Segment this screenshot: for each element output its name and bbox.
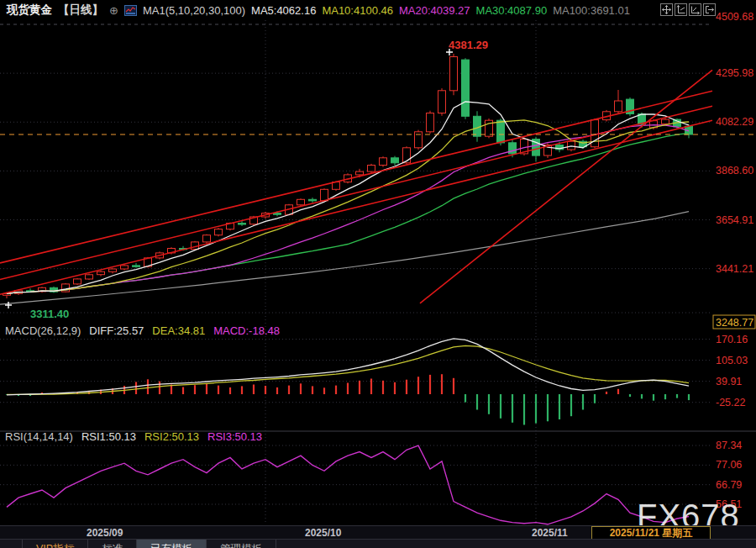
candle[interactable] [391,158,399,163]
candle[interactable] [662,119,669,124]
trendline[interactable] [0,106,712,279]
candle[interactable] [568,141,575,150]
current-date-badge: 2025/11/21 星期五 [591,526,711,540]
candle[interactable] [356,171,364,175]
ma20-value: MA20:4039.27 [399,4,470,17]
x-axis-scale-icon[interactable] [689,3,701,16]
ma5-value: MA5:4062.16 [251,4,316,17]
chart-header: 现货黄金【日线】 ⊕ MA1(5,10,20,30,100) MA5:4062.… [0,0,756,20]
date-axis-bar: 2025/09 2025/10 2025/11 2025/11/21 星期五 [0,525,756,539]
rsi1-value: RSI1:50.13 [81,430,136,443]
price-tick-label: 3654.91 [716,214,753,226]
chart-canvas[interactable]: 4509.684295.984082.293868.603654.913441.… [0,0,756,548]
candle[interactable] [321,189,328,201]
trading-app-window: { "header": { "symbol": "现货黄金", "period"… [0,0,756,548]
rsi-tick-label: 87.34 [716,440,742,451]
candle[interactable] [427,113,434,132]
rsi2-value: RSI2:50.13 [144,430,199,443]
ma-settings-label[interactable]: MA1(5,10,20,30,100) [143,4,245,17]
tab-manage-templates[interactable]: 管理模板 [207,540,276,548]
macd-dea-value: DEA:34.81 [152,324,205,337]
date-label-oct: 2025/10 [305,527,341,539]
date-label-sep: 2025/09 [87,527,123,539]
candle[interactable] [86,275,93,279]
price-tick-label: 4295.98 [716,67,753,79]
ma100-value: MA100:3691.01 [553,4,630,17]
macd-label-row: MACD(26,12,9) DIFF:25.57 DEA:34.81 MACD:… [5,324,280,337]
date-label-nov: 2025/11 [532,527,568,539]
tab-standard[interactable]: 标准 [88,540,137,548]
candle[interactable] [591,120,599,147]
rsi-label-row: RSI(14,14,14) RSI1:50.13 RSI2:50.13 RSI3… [5,430,262,443]
price-tick-label: 4082.29 [716,116,753,128]
low-cross-marker [5,302,12,308]
price-tick-label: 3441.21 [716,263,753,275]
high-value-label: 4381.29 [449,39,488,51]
candle[interactable] [203,235,211,242]
pan-tool-icon[interactable] [660,3,673,16]
macd-hist-value: MACD:-18.48 [213,324,280,337]
candle[interactable] [109,269,117,271]
trendline[interactable] [0,91,712,263]
candle[interactable] [497,120,505,143]
trendline[interactable] [0,120,712,294]
macd-tick-label: 105.03 [716,355,748,366]
candle[interactable] [450,57,458,91]
chart-toolbar [660,3,716,16]
macd-diff-value: DIFF:25.57 [89,324,144,337]
rsi-line [7,445,689,524]
candle[interactable] [297,199,305,205]
rsi-tick-label: 66.79 [716,479,742,491]
macd-params-label[interactable]: MACD(26,12,9) [5,324,81,337]
tab-existing-templates[interactable]: 已有模板 [137,540,207,548]
candle[interactable] [438,91,446,113]
tab-vip-indicators[interactable]: VIP指标 [23,540,88,548]
macd-tick-label: -25.22 [716,397,745,408]
tab-partial[interactable] [0,540,23,548]
candle[interactable] [615,101,622,112]
candle[interactable] [309,199,317,201]
ma30-value: MA30:4087.90 [476,4,548,17]
y-axis-scale-icon[interactable] [675,3,687,16]
ma5-line [7,102,689,293]
candle[interactable] [239,224,246,224]
macd-tick-label: 39.91 [716,376,742,387]
indicator-chart-icon[interactable] [124,5,137,16]
candle[interactable] [74,279,81,284]
candle[interactable] [215,229,223,235]
period-label[interactable]: 【日线】 [58,3,103,18]
candle[interactable] [97,271,105,275]
candle[interactable] [121,266,129,269]
rsi-params-label[interactable]: RSI(14,14,14) [5,430,73,443]
exit-panel-icon[interactable] [703,3,716,16]
candle[interactable] [133,266,140,266]
macd-tick-label: 170.16 [716,334,748,345]
candle[interactable] [462,60,470,116]
rsi3-value: RSI3:50.13 [207,430,262,443]
rsi-tick-label: 77.06 [716,459,742,471]
candle[interactable] [380,158,387,166]
symbol-title: 现货黄金 [7,3,52,18]
price-min-label: 3248.77 [716,317,753,329]
candle[interactable] [368,166,375,172]
price-tick-label: 3868.60 [716,165,753,177]
add-compare-icon[interactable]: ⊕ [109,4,118,17]
template-tab-bar: VIP指标 标准 已有模板 管理模板 [0,539,756,548]
low-value-label: 3311.40 [30,308,69,320]
ma10-value: MA10:4100.46 [322,4,393,17]
